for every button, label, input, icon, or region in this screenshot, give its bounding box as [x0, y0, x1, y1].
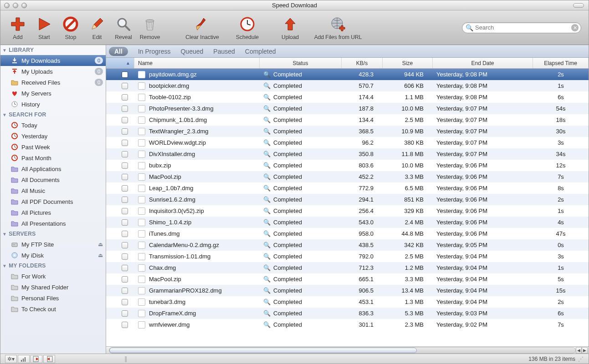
- table-row[interactable]: WORLDview.wdgt.zip🔍Completed96.2380 KBYe…: [106, 137, 589, 148]
- row-checkbox[interactable]: [122, 83, 128, 89]
- reveal-row-icon[interactable]: 🔍: [263, 310, 271, 317]
- sidebar-resize-handle[interactable]: ‖: [124, 355, 128, 362]
- reveal-row-icon[interactable]: 🔍: [263, 242, 271, 249]
- download-list[interactable]: payitdown.dmg.gz🔍Completed428.3944 KBYes…: [106, 69, 589, 346]
- table-row[interactable]: tunebar3.dmg🔍Completed453.11.3 MBYesterd…: [106, 296, 589, 308]
- add-button[interactable]: Add: [5, 15, 31, 40]
- reveal-row-icon[interactable]: 🔍: [263, 94, 271, 101]
- row-checkbox[interactable]: [122, 151, 128, 157]
- sidebar-item[interactable]: My FTP Site⏏: [0, 239, 106, 250]
- reveal-row-icon[interactable]: 🔍: [263, 82, 271, 90]
- sidebar-item[interactable]: Today: [0, 120, 106, 131]
- row-checkbox[interactable]: [122, 208, 128, 214]
- reveal-row-icon[interactable]: 🔍: [263, 185, 271, 192]
- col-size[interactable]: Size: [383, 58, 433, 68]
- reveal-row-icon[interactable]: 🔍: [263, 196, 271, 203]
- sidebar-item[interactable]: All Music: [0, 185, 106, 196]
- sidebar-item[interactable]: To Check out: [0, 303, 106, 314]
- row-checkbox[interactable]: [122, 197, 128, 203]
- gear-menu-button[interactable]: ✲▾: [5, 355, 17, 363]
- table-row[interactable]: wmfviewer.dmg🔍Completed301.12.3 MBYester…: [106, 319, 589, 330]
- reveal-row-icon[interactable]: 🔍: [263, 253, 271, 260]
- table-row[interactable]: iTunes.dmg🔍Completed958.044.8 MBYesterda…: [106, 228, 589, 239]
- reveal-row-icon[interactable]: 🔍: [263, 139, 271, 147]
- row-checkbox[interactable]: [122, 299, 128, 305]
- horizontal-scrollbar[interactable]: ◀▶: [106, 346, 589, 354]
- row-checkbox[interactable]: [122, 219, 128, 226]
- remove-button[interactable]: Remove: [137, 15, 163, 40]
- reveal-row-icon[interactable]: 🔍: [263, 105, 271, 112]
- sidebar-item[interactable]: Yesterday: [0, 131, 106, 142]
- row-checkbox[interactable]: [122, 310, 128, 317]
- reveal-row-icon[interactable]: 🔍: [263, 276, 271, 283]
- resize-grip-icon[interactable]: ⋰: [578, 356, 584, 362]
- table-row[interactable]: GrammarianPROX182.dmg🔍Completed906.513.4…: [106, 285, 589, 296]
- row-checkbox[interactable]: [122, 276, 128, 283]
- reveal-row-icon[interactable]: 🔍: [263, 264, 271, 272]
- table-row[interactable]: MacPool.zip🔍Completed665.13.3 MBYesterda…: [106, 273, 589, 285]
- titlebar[interactable]: Speed Download: [0, 0, 589, 10]
- export-button[interactable]: [43, 355, 55, 363]
- filter-completed[interactable]: Completed: [245, 48, 276, 55]
- sidebar-item[interactable]: All Applications: [0, 163, 106, 174]
- filter-in-progress[interactable]: In Progress: [138, 48, 171, 55]
- start-button[interactable]: Start: [31, 15, 57, 40]
- sidebar-item[interactable]: My Downloads0: [0, 55, 106, 66]
- sidebar-item[interactable]: All Pictures: [0, 207, 106, 218]
- row-checkbox[interactable]: [122, 140, 128, 146]
- col-name[interactable]: Name: [134, 58, 260, 68]
- table-row[interactable]: Leap_1.0b7.dmg🔍Completed772.96.5 MBYeste…: [106, 182, 589, 194]
- row-checkbox[interactable]: [122, 185, 128, 192]
- sidebar-item[interactable]: All Presentations: [0, 218, 106, 229]
- sidebar-item[interactable]: My Shared Folder: [0, 282, 106, 293]
- row-checkbox[interactable]: [122, 106, 128, 112]
- scroll-right-icon[interactable]: ▶: [582, 347, 588, 354]
- table-row[interactable]: Chax.dmg🔍Completed712.31.2 MBYesterday, …: [106, 262, 589, 273]
- clear-inactive-button[interactable]: Clear Inactive: [175, 15, 229, 40]
- import-button[interactable]: [31, 355, 42, 363]
- reveal-row-icon[interactable]: 🔍: [263, 287, 271, 294]
- activity-button[interactable]: [18, 355, 30, 363]
- add-url-button[interactable]: Add Files from URL: [304, 15, 372, 40]
- row-checkbox[interactable]: [122, 71, 128, 78]
- stop-button[interactable]: Stop: [58, 15, 83, 40]
- reveal-row-icon[interactable]: 🔍: [263, 321, 271, 329]
- row-checkbox[interactable]: [122, 94, 128, 101]
- eject-icon[interactable]: ⏏: [98, 252, 103, 258]
- schedule-button[interactable]: Schedule: [230, 15, 265, 40]
- sidebar-header-library[interactable]: ▼LIBRARY: [0, 45, 106, 55]
- sidebar-item[interactable]: For Work: [0, 271, 106, 282]
- row-checkbox[interactable]: [122, 174, 128, 180]
- table-row[interactable]: bootpicker.dmg🔍Completed570.7606 KBYeste…: [106, 80, 589, 91]
- sidebar-item[interactable]: All PDF Documents: [0, 196, 106, 207]
- table-row[interactable]: DropFrameX.dmg🔍Completed836.35.3 MBYeste…: [106, 308, 589, 319]
- clear-search-icon[interactable]: ✕: [571, 24, 579, 31]
- row-checkbox[interactable]: [122, 265, 128, 271]
- reveal-row-icon[interactable]: 🔍: [263, 219, 271, 226]
- sidebar-item[interactable]: All Documents: [0, 174, 106, 185]
- scroll-thumb[interactable]: [109, 348, 417, 353]
- table-row[interactable]: Transmission-1.01.dmg🔍Completed792.02.5 …: [106, 251, 589, 262]
- sidebar-item[interactable]: History: [0, 99, 106, 110]
- table-row[interactable]: Shimo_1.0.4.zip🔍Completed543.02.4 MBYest…: [106, 217, 589, 228]
- table-row[interactable]: PhotoPresenter-3.3.dmg🔍Completed187.810.…: [106, 103, 589, 114]
- table-row[interactable]: MacPool.zip🔍Completed452.23.3 MBYesterda…: [106, 171, 589, 182]
- sidebar-item[interactable]: Past Month: [0, 152, 106, 163]
- row-checkbox[interactable]: [122, 117, 128, 123]
- table-row[interactable]: payitdown.dmg.gz🔍Completed428.3944 KBYes…: [106, 69, 589, 80]
- eject-icon[interactable]: ⏏: [98, 241, 103, 248]
- reveal-row-icon[interactable]: 🔍: [263, 173, 271, 181]
- reveal-row-icon[interactable]: 🔍: [263, 151, 271, 158]
- filter-queued[interactable]: Queued: [180, 48, 203, 55]
- sidebar-item[interactable]: My Uploads0: [0, 66, 106, 77]
- col-kbs[interactable]: KB/s: [342, 58, 383, 68]
- table-row[interactable]: TextWrangler_2.3.dmg🔍Completed368.510.9 …: [106, 126, 589, 137]
- col-elapsed[interactable]: Elapsed Time: [533, 58, 589, 68]
- sidebar-item[interactable]: Personal Files: [0, 293, 106, 303]
- scroll-left-icon[interactable]: ◀: [576, 347, 582, 354]
- table-row[interactable]: DivXInstaller.dmg🔍Completed350.811.8 MBY…: [106, 148, 589, 160]
- table-row[interactable]: CalendarMenu-0.2.dmg.gz🔍Completed438.534…: [106, 239, 589, 251]
- col-checkbox[interactable]: ▲: [106, 58, 134, 68]
- reveal-row-icon[interactable]: 🔍: [263, 298, 271, 306]
- toolbar-toggle-pill[interactable]: [573, 3, 584, 8]
